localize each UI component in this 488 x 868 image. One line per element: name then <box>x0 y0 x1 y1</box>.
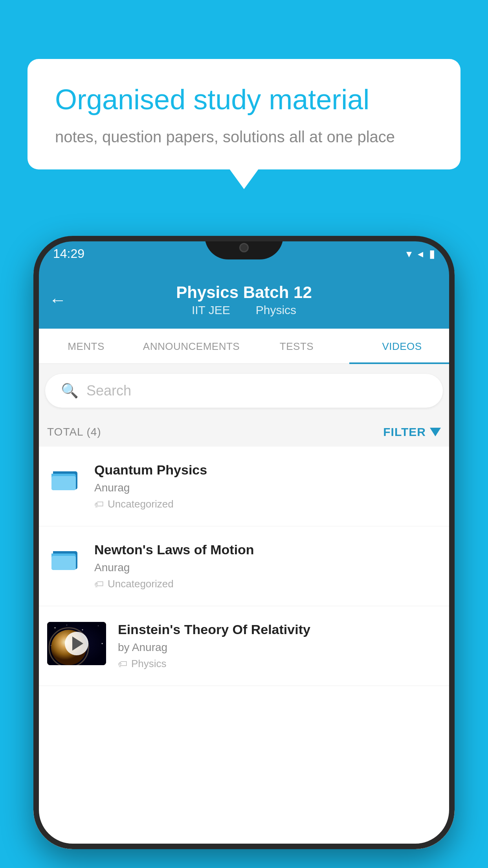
svg-rect-5 <box>51 556 76 570</box>
svg-point-10 <box>98 625 99 626</box>
subtitle-separator <box>241 303 248 316</box>
svg-point-8 <box>66 625 67 625</box>
app-content: ← Physics Batch 12 IIT JEE Physics MENTS <box>33 271 455 849</box>
play-button[interactable] <box>65 632 88 655</box>
search-bar[interactable]: 🔍 Search <box>45 374 443 408</box>
signal-icon: ◂ <box>418 247 423 260</box>
header-subtitle: IIT JEE Physics <box>53 303 435 317</box>
tag-icon: 🏷 <box>94 579 104 590</box>
video-author: Anurag <box>94 561 441 574</box>
filter-icon <box>430 428 441 436</box>
status-bar: 14:29 ▾ ◂ ▮ <box>33 236 455 271</box>
app-header: ← Physics Batch 12 IIT JEE Physics <box>33 271 455 329</box>
video-info: Newton's Laws of Motion Anurag 🏷 Uncateg… <box>94 542 441 590</box>
folder-icon-container <box>47 542 83 572</box>
tab-announcements[interactable]: ANNOUNCEMENTS <box>139 329 244 363</box>
video-title: Quantum Physics <box>94 462 441 478</box>
thumbnail-image <box>47 622 106 665</box>
folder-icon <box>49 544 81 572</box>
search-bar-container: 🔍 Search <box>33 364 455 417</box>
video-info: Quantum Physics Anurag 🏷 Uncategorized <box>94 462 441 510</box>
search-input[interactable]: Search <box>86 383 131 399</box>
battery-icon: ▮ <box>429 247 435 260</box>
video-author: by Anurag <box>118 641 441 654</box>
play-icon <box>72 636 83 651</box>
svg-point-12 <box>102 643 103 644</box>
camera-dot <box>239 243 249 252</box>
subtitle-part2: Physics <box>256 303 296 316</box>
video-tag: 🏷 Uncategorized <box>94 498 441 510</box>
speech-bubble-subtitle: notes, question papers, solutions all at… <box>55 128 433 146</box>
video-thumbnail <box>47 622 106 665</box>
tag-icon: 🏷 <box>118 658 127 669</box>
svg-point-9 <box>82 629 83 631</box>
video-info: Einstein's Theory Of Relativity by Anura… <box>118 622 441 670</box>
wifi-icon: ▾ <box>406 247 412 260</box>
video-author: Anurag <box>94 482 441 494</box>
tab-tests[interactable]: TESTS <box>244 329 349 363</box>
back-button[interactable]: ← <box>49 290 66 310</box>
subtitle-part1: IIT JEE <box>192 303 230 316</box>
volume-silent-button <box>33 385 35 409</box>
list-item[interactable]: Newton's Laws of Motion Anurag 🏷 Uncateg… <box>33 526 455 606</box>
volume-up-button <box>33 421 35 460</box>
total-count: TOTAL (4) <box>47 426 101 438</box>
filter-button[interactable]: FILTER <box>383 425 441 439</box>
svg-rect-2 <box>51 476 76 490</box>
speech-bubble: Organised study material notes, question… <box>28 59 460 169</box>
status-icons: ▾ ◂ ▮ <box>406 247 435 260</box>
volume-down-button <box>33 468 35 507</box>
header-text: Physics Batch 12 IIT JEE Physics <box>53 283 435 317</box>
tab-ments[interactable]: MENTS <box>33 329 139 363</box>
phone-device: 14:29 ▾ ◂ ▮ ← Physics Batch 12 IIT JEE <box>33 236 455 849</box>
list-item[interactable]: Einstein's Theory Of Relativity by Anura… <box>33 606 455 686</box>
svg-point-7 <box>55 627 56 629</box>
video-list: Quantum Physics Anurag 🏷 Uncategorized <box>33 447 455 686</box>
folder-icon-container <box>47 462 83 492</box>
list-item[interactable]: Quantum Physics Anurag 🏷 Uncategorized <box>33 447 455 526</box>
status-time: 14:29 <box>53 246 84 261</box>
video-tag: 🏷 Uncategorized <box>94 578 441 590</box>
filter-bar: TOTAL (4) FILTER <box>33 417 455 447</box>
video-title: Newton's Laws of Motion <box>94 542 441 557</box>
header-title: Physics Batch 12 <box>53 283 435 302</box>
tab-videos[interactable]: VIDEOS <box>349 329 455 364</box>
power-button <box>453 432 455 464</box>
video-title: Einstein's Theory Of Relativity <box>118 622 441 637</box>
notch <box>205 236 283 259</box>
speech-bubble-container: Organised study material notes, question… <box>28 59 460 169</box>
phone-wrapper: 14:29 ▾ ◂ ▮ ← Physics Batch 12 IIT JEE <box>33 236 455 868</box>
speech-bubble-title: Organised study material <box>55 83 433 116</box>
tag-icon: 🏷 <box>94 499 104 510</box>
folder-icon <box>49 464 81 492</box>
tabs-bar: MENTS ANNOUNCEMENTS TESTS VIDEOS <box>33 329 455 364</box>
video-tag: 🏷 Physics <box>118 658 441 670</box>
search-icon: 🔍 <box>61 383 79 399</box>
